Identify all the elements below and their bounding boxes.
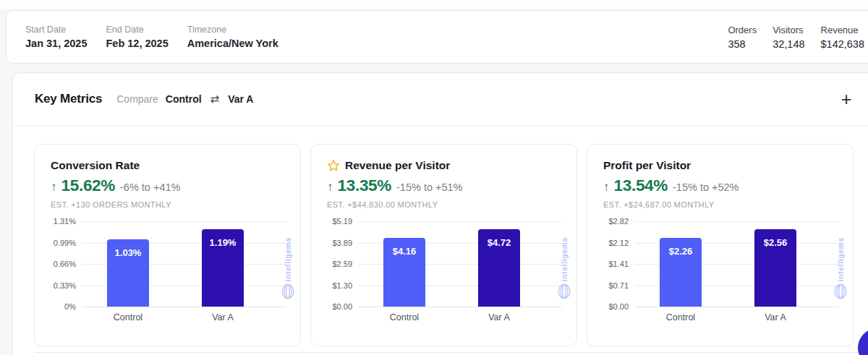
x-tick-var-a: Var A <box>464 312 535 322</box>
x-tick-control: Control <box>93 312 163 322</box>
compare-option-control[interactable]: Control <box>166 93 202 105</box>
y-tick: $0.00 <box>608 302 629 311</box>
revenue-label: Revenue <box>821 25 864 35</box>
metric-title: Revenue per Visitor <box>345 159 450 172</box>
y-tick: $1.41 <box>608 260 629 268</box>
metric-card-conversion-rate: Conversion Rate ↑ 15.62% -6% to +41% EST… <box>34 144 301 346</box>
gridline <box>82 221 286 222</box>
intelligems-watermark: intelligems <box>834 237 847 299</box>
plot-area: $4.16 $4.72 Control Var A <box>359 221 562 325</box>
filter-bar: Start Date Jan 31, 2025 End Date Feb 12,… <box>6 10 868 64</box>
y-tick: $2.12 <box>608 239 629 247</box>
bar-control: $2.26 <box>660 238 702 307</box>
uplift-value: 13.54% <box>614 176 668 195</box>
plot: $2.26 $2.56 <box>635 221 838 307</box>
plot: 1.03% 1.19% <box>82 221 286 307</box>
favorite-star-icon[interactable] <box>327 159 340 172</box>
x-axis: Control Var A <box>635 307 838 325</box>
bar-value-label: $2.56 <box>754 237 796 248</box>
intelligems-watermark: intelligems <box>558 237 571 299</box>
revenue-stat: Revenue $142,638 <box>821 25 864 50</box>
bar-value-label: 1.03% <box>107 247 149 258</box>
estimate-text: EST. +130 ORDERS MONTHLY <box>51 200 286 209</box>
end-date-value[interactable]: Feb 12, 2025 <box>106 38 168 49</box>
up-arrow-icon: ↑ <box>51 180 57 194</box>
card-title-row: Revenue per Visitor <box>327 159 562 172</box>
next-section-top-edge <box>34 352 868 353</box>
bar-chart: 1.31% 0.99% 0.66% 0.33% 0% <box>51 221 286 325</box>
start-date-field[interactable]: Start Date Jan 31, 2025 <box>25 25 87 49</box>
estimate-text: EST. +$24,687.00 MONTHLY <box>603 200 838 209</box>
y-tick: $3.89 <box>332 239 352 247</box>
x-tick-var-a: Var A <box>187 312 258 322</box>
y-axis: $5.19 $3.89 $2.59 $1.30 $0.00 <box>327 221 359 307</box>
y-tick: $5.19 <box>332 217 352 226</box>
y-tick: $0.71 <box>608 281 629 290</box>
key-metrics-panel: Key Metrics Compare Control ⇄ Var A + Co… <box>12 72 868 355</box>
visitors-value: 32,148 <box>773 38 804 50</box>
x-tick-control: Control <box>369 312 440 322</box>
bar-value-label: $4.16 <box>383 246 425 257</box>
uplift-row: ↑ 15.62% -6% to +41% <box>51 176 286 195</box>
y-axis: $2.82 $2.12 $1.41 $0.71 $0.00 <box>603 221 635 307</box>
revenue-value: $142,638 <box>821 38 864 50</box>
end-date-field[interactable]: End Date Feb 12, 2025 <box>106 25 168 49</box>
x-tick-var-a: Var A <box>740 312 811 322</box>
metric-card-profit-per-visitor: Profit per Visitor ↑ 13.54% -15% to +52%… <box>587 144 854 346</box>
top-strip <box>0 0 868 9</box>
watermark-text: intelligems <box>284 237 292 281</box>
bar-var-a: 1.19% <box>202 229 244 307</box>
end-date-label: End Date <box>106 25 168 35</box>
uplift-value: 15.62% <box>61 176 116 195</box>
estimate-text: EST. +$44,830.00 MONTHLY <box>327 200 562 209</box>
uplift-row: ↑ 13.54% -15% to +52% <box>603 176 838 195</box>
plot: $4.16 $4.72 <box>359 221 562 307</box>
timezone-label: Timezone <box>187 25 278 35</box>
intelligems-logo-icon <box>281 283 294 299</box>
start-date-label: Start Date <box>25 25 87 35</box>
bar-value-label: $2.26 <box>660 246 702 257</box>
card-title-row: Profit per Visitor <box>603 159 838 172</box>
x-tick-control: Control <box>645 312 716 322</box>
metric-card-revenue-per-visitor: Revenue per Visitor ↑ 13.35% -15% to +51… <box>310 144 577 346</box>
swap-icon[interactable]: ⇄ <box>210 93 220 106</box>
y-tick: $0.00 <box>332 302 352 311</box>
y-tick: 0.33% <box>54 281 76 290</box>
x-axis: Control Var A <box>82 307 286 325</box>
bar-control: 1.03% <box>107 239 149 307</box>
up-arrow-icon: ↑ <box>327 180 333 194</box>
uplift-range: -15% to +51% <box>396 181 463 193</box>
compare-label: Compare <box>116 93 158 105</box>
orders-label: Orders <box>728 25 757 35</box>
y-tick: $1.30 <box>332 281 352 290</box>
timezone-field[interactable]: Timezone America/New York <box>187 25 278 49</box>
visitors-stat: Visitors 32,148 <box>773 25 804 50</box>
bar-chart: $2.82 $2.12 $1.41 $0.71 $0.00 <box>603 221 838 325</box>
up-arrow-icon: ↑ <box>603 180 610 194</box>
y-axis: 1.31% 0.99% 0.66% 0.33% 0% <box>51 221 82 307</box>
summary-stats: Orders 358 Visitors 32,148 Revenue $142,… <box>728 25 868 50</box>
dashboard-screen: Start Date Jan 31, 2025 End Date Feb 12,… <box>0 0 868 355</box>
section-title: Key Metrics <box>35 92 102 106</box>
uplift-range: -15% to +52% <box>673 181 739 193</box>
plot-area: $2.26 $2.56 Control Var A <box>635 221 838 325</box>
uplift-value: 13.35% <box>338 176 392 195</box>
y-tick: 0.99% <box>54 239 76 247</box>
key-metrics-header: Key Metrics Compare Control ⇄ Var A <box>13 73 868 126</box>
add-metric-button[interactable]: + <box>835 87 858 111</box>
timezone-value[interactable]: America/New York <box>187 38 278 49</box>
y-tick: $2.82 <box>608 217 629 226</box>
metric-title: Profit per Visitor <box>603 159 691 172</box>
watermark-text: intelligems <box>560 237 569 281</box>
uplift-range: -6% to +41% <box>120 181 180 193</box>
orders-value: 358 <box>728 38 757 50</box>
y-tick: $2.59 <box>332 260 352 268</box>
visitors-label: Visitors <box>773 25 804 35</box>
gridline <box>635 221 838 222</box>
intelligems-logo-icon <box>834 283 847 299</box>
compare-option-var-a[interactable]: Var A <box>228 93 253 105</box>
start-date-value[interactable]: Jan 31, 2025 <box>25 38 87 49</box>
bar-value-label: $4.72 <box>478 237 520 248</box>
bar-var-a: $4.72 <box>478 229 520 307</box>
bar-control: $4.16 <box>383 238 425 307</box>
